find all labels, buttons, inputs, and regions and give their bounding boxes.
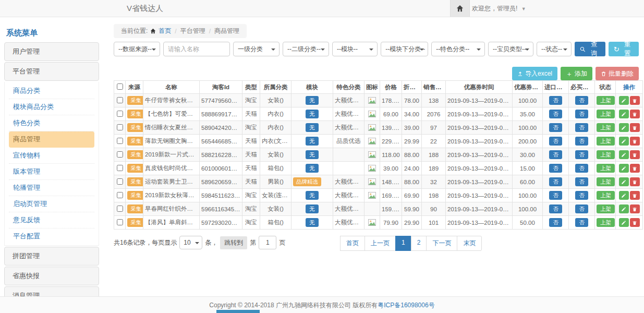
import-select-toggle[interactable]: 否 [549,137,562,146]
module-none-badge[interactable]: 无 [306,218,319,227]
sidebar-section-user-management[interactable]: 用户管理 [4,42,99,61]
module-none-badge[interactable]: 无 [306,110,319,119]
must-buy-toggle[interactable]: 否 [575,177,588,187]
sidebar-section-platform-management[interactable]: 平台管理 [4,62,99,81]
module-none-badge[interactable]: 无 [306,191,319,200]
import-select-toggle[interactable]: 否 [549,164,562,173]
category1-select[interactable]: 一级分类 [233,42,280,56]
sidebar-link[interactable]: 模块商品分类 [9,99,94,115]
module-none-badge[interactable]: 无 [306,123,319,133]
must-buy-toggle[interactable]: 否 [575,150,588,160]
status-button[interactable]: 上架 [597,191,615,200]
delete-button[interactable] [630,204,640,213]
delete-button[interactable] [630,177,640,186]
add-button[interactable]: ＋ 添加 [561,67,592,80]
import-select-toggle[interactable]: 否 [549,204,562,214]
import-select-toggle[interactable]: 否 [549,177,562,187]
edit-button[interactable] [619,137,629,146]
module-none-badge[interactable]: 无 [306,137,319,146]
row-checkbox[interactable] [117,178,123,185]
module-sub-select[interactable]: --模块下分类-- [381,42,428,56]
delete-button[interactable] [630,218,640,227]
edit-button[interactable] [619,150,629,159]
page-button[interactable]: 首页 [340,236,365,251]
must-buy-toggle[interactable]: 否 [575,123,588,133]
reset-button[interactable]: ↻ 重置 [609,42,639,56]
sidebar-link[interactable]: 宣传物料 [9,148,94,164]
select-all-checkbox[interactable] [117,83,123,90]
delete-button[interactable] [630,96,640,105]
row-checkbox[interactable] [117,124,123,130]
delete-button[interactable] [630,191,640,200]
sidebar-link[interactable]: 特色分类 [9,115,94,131]
edit-button[interactable] [619,191,629,200]
name-search-input[interactable] [163,42,230,56]
import-select-toggle[interactable]: 否 [549,191,562,200]
sidebar-link[interactable]: 商品分类 [9,83,94,99]
edit-button[interactable] [619,204,629,213]
status-button[interactable]: 上架 [597,96,615,105]
row-checkbox[interactable] [117,219,123,225]
status-button[interactable]: 上架 [597,177,615,187]
page-button[interactable]: 下一页 [426,236,457,251]
must-buy-toggle[interactable]: 否 [575,204,588,214]
must-buy-toggle[interactable]: 否 [575,137,588,146]
edit-button[interactable] [619,164,629,173]
data-source-select[interactable]: --数据来源-- [114,42,160,56]
icp-link[interactable]: 粤ICP备16098006号 [378,302,434,309]
sidebar-link[interactable]: 商品管理 [9,131,94,148]
page-button[interactable]: 1 [395,236,411,251]
must-buy-toggle[interactable]: 否 [575,96,588,105]
status-button[interactable]: 上架 [597,150,615,160]
edit-button[interactable] [619,177,629,186]
row-checkbox[interactable] [117,165,123,171]
import-select-toggle[interactable]: 否 [549,218,562,227]
must-buy-toggle[interactable]: 否 [575,191,588,200]
import-excel-button[interactable]: 导入excel [512,67,557,80]
status-button[interactable]: 上架 [597,137,615,146]
import-select-toggle[interactable]: 否 [549,110,562,119]
bulk-delete-button[interactable]: 批量删除 [596,67,639,80]
status-button[interactable]: 上架 [597,218,615,227]
delete-button[interactable] [630,110,640,118]
sidebar-section[interactable]: 省惠快报 [4,267,99,285]
row-checkbox[interactable] [117,192,123,198]
status-button[interactable]: 上架 [597,164,615,173]
category2-select[interactable]: --二级分类-- [283,42,329,56]
sidebar-link[interactable]: 轮播管理 [9,180,94,196]
must-buy-toggle[interactable]: 否 [575,218,588,227]
row-checkbox[interactable] [117,151,123,158]
status-button[interactable]: 上架 [597,110,615,119]
edit-button[interactable] [619,110,629,118]
navbar-home-button[interactable] [450,0,470,17]
user-menu[interactable]: 欢迎您，管理员! ▼ [472,0,526,17]
edit-button[interactable] [619,218,629,227]
delete-button[interactable] [630,137,640,146]
delete-button[interactable] [630,164,640,173]
page-number-input[interactable] [259,236,276,249]
delete-button[interactable] [630,123,640,132]
module-none-badge[interactable]: 无 [306,96,319,105]
must-buy-toggle[interactable]: 否 [575,164,588,173]
status-button[interactable]: 上架 [597,204,615,214]
row-checkbox[interactable] [117,138,123,144]
edit-button[interactable] [619,123,629,132]
page-button[interactable]: 2 [411,236,427,251]
row-checkbox[interactable] [117,111,123,117]
must-buy-toggle[interactable]: 否 [575,110,588,119]
search-button[interactable]: 查询 [575,42,605,56]
sidebar-section[interactable]: 消息管理 [4,286,99,297]
row-checkbox[interactable] [117,206,123,212]
sidebar-link[interactable]: 意见反馈 [9,212,94,228]
per-page-select[interactable]: 10 [179,236,202,249]
import-select-toggle[interactable]: 否 [549,123,562,133]
horizontal-scrollbar-thumb[interactable] [216,310,260,313]
breadcrumb-home-link[interactable]: 首页 [159,27,171,35]
feature-select[interactable]: --特色分类-- [431,42,485,56]
module-none-badge[interactable]: 无 [306,164,319,173]
sidebar-link[interactable]: 启动页管理 [9,196,94,212]
item-type-select[interactable]: --宝贝类型-- [488,42,533,56]
status-select[interactable]: --状态-- [537,42,572,56]
edit-button[interactable] [619,96,629,105]
status-button[interactable]: 上架 [597,123,615,133]
